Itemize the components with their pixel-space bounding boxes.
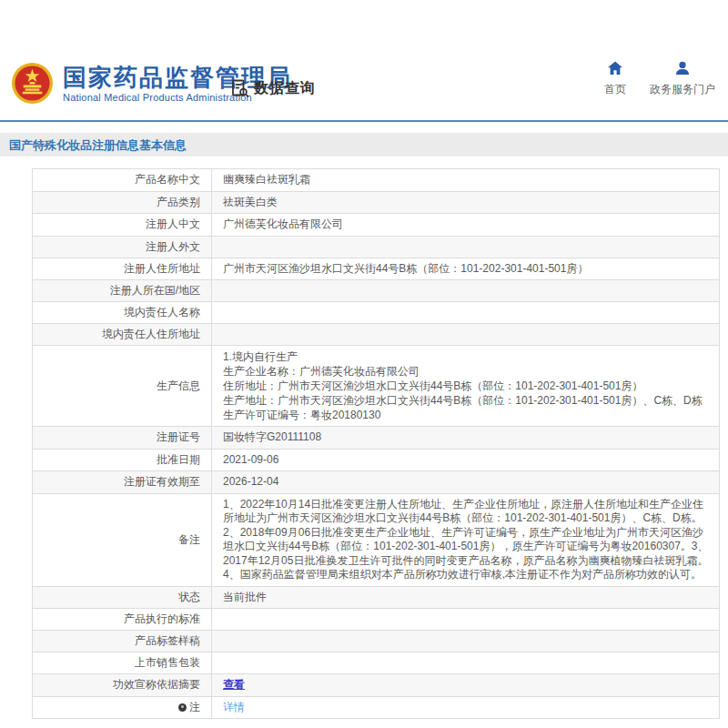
row-value <box>212 609 719 630</box>
row-value <box>212 280 719 301</box>
row-label: 产品名称中文 <box>33 169 212 191</box>
table-row: 注册人中文广州德芙化妆品有限公司 <box>33 214 719 237</box>
row-value: 当前批件 <box>212 587 719 609</box>
table-row: 注册证有效期至2026-12-04 <box>33 471 719 494</box>
section-bar: 国产特殊化妆品注册信息基本信息 <box>0 133 728 157</box>
table-row: 境内责任人住所地址 <box>33 324 719 346</box>
row-label: 备注 <box>33 494 212 586</box>
table-row: 注册人住所地址广州市天河区渔沙坦水口文兴街44号B栋（部位：101-202-30… <box>33 258 719 281</box>
info-table: 产品名称中文幽爽臻白祛斑乳霜产品类别祛斑美白类注册人中文广州德芙化妆品有限公司注… <box>32 168 720 719</box>
row-label: 注册人外文 <box>33 237 212 258</box>
row-value: 幽爽臻白祛斑乳霜 <box>212 169 719 191</box>
row-label: 注册证号 <box>33 427 212 449</box>
row-label: 生产信息 <box>33 346 212 426</box>
table-row: 生产信息1.境内自行生产生产企业名称：广州德芙化妆品有限公司住所地址：广州市天河… <box>33 346 719 427</box>
row-value: 查看 <box>212 674 719 696</box>
row-value: 详情 <box>212 697 719 719</box>
row-label: 上市销售包装 <box>33 652 212 673</box>
table-row: 上市销售包装 <box>33 652 719 674</box>
row-value: 1、2022年10月14日批准变更注册人住所地址、生产企业住所地址，原注册人住所… <box>212 494 719 586</box>
table-row: 产品类别祛斑美白类 <box>33 192 719 215</box>
row-value <box>212 631 719 652</box>
note-icon <box>178 703 187 712</box>
data-query-label: 数据查询 <box>254 79 316 98</box>
row-label: 注册证有效期至 <box>33 471 212 493</box>
table-row: 境内责任人名称 <box>33 302 719 324</box>
row-value: 1.境内自行生产生产企业名称：广州德芙化妆品有限公司住所地址：广州市天河区渔沙坦… <box>212 346 719 426</box>
table-row: 产品名称中文幽爽臻白祛斑乳霜 <box>33 169 719 192</box>
row-value: 2021-09-06 <box>212 450 719 471</box>
table-row: 产品执行的标准 <box>33 609 719 631</box>
row-label: 境内责任人名称 <box>33 302 212 323</box>
row-value <box>212 652 719 673</box>
row-label: 批准日期 <box>33 450 212 471</box>
row-value <box>212 324 719 345</box>
table-row: 产品标签样稿 <box>33 631 719 652</box>
nav-item-label: 政务服务门户 <box>650 82 715 97</box>
home-icon <box>607 60 623 76</box>
site-header: 国家药品监督管理局 National Medical Products Admi… <box>0 0 728 122</box>
row-label: 注 <box>33 697 212 719</box>
nav-item-label: 首页 <box>604 82 626 97</box>
row-label: 境内责任人住所地址 <box>33 324 212 345</box>
row-value: 广州德芙化妆品有限公司 <box>212 214 719 236</box>
table-row: 注册人所在国/地区 <box>33 280 719 302</box>
data-query-nav[interactable]: 数据查询 <box>230 78 316 98</box>
row-label: 注册人住所地址 <box>33 258 212 280</box>
table-row: 功效宣称依据摘要查看 <box>33 674 719 697</box>
table-row: 备注1、2022年10月14日批准变更注册人住所地址、生产企业住所地址，原注册人… <box>33 494 719 587</box>
row-label: 产品执行的标准 <box>33 609 212 630</box>
row-label: 产品标签样稿 <box>33 631 212 652</box>
table-row: 注册人外文 <box>33 237 719 258</box>
row-value: 国妆特字G20111108 <box>212 427 719 449</box>
table-row: 状态当前批件 <box>33 587 719 610</box>
row-label: 功效宣称依据摘要 <box>33 674 212 696</box>
table-row: 注册证号国妆特字G20111108 <box>33 427 719 450</box>
row-value: 2026-12-04 <box>212 471 719 493</box>
row-label: 注册人所在国/地区 <box>33 280 212 301</box>
user-icon <box>674 60 691 76</box>
view-link[interactable]: 查看 <box>223 678 710 693</box>
row-label: 注册人中文 <box>33 214 212 236</box>
row-value <box>212 302 719 323</box>
data-query-icon <box>230 78 250 98</box>
row-value: 广州市天河区渔沙坦水口文兴街44号B栋（部位：101-202-301-401-5… <box>212 258 719 280</box>
table-row: 注详情 <box>33 697 719 720</box>
page-title: 国产特殊化妆品注册信息基本信息 <box>9 138 187 152</box>
national-emblem-icon <box>11 62 54 105</box>
row-value <box>212 237 719 258</box>
detail-link[interactable]: 详情 <box>223 701 710 715</box>
row-label: 状态 <box>33 587 212 609</box>
row-value: 祛斑美白类 <box>212 192 719 214</box>
table-row: 批准日期2021-09-06 <box>33 450 719 472</box>
nav-item-portal[interactable]: 政务服务门户 <box>650 60 715 97</box>
row-label: 产品类别 <box>33 192 212 214</box>
top-nav: 首页 政务服务门户 <box>604 60 715 97</box>
nav-item-home[interactable]: 首页 <box>604 60 626 97</box>
